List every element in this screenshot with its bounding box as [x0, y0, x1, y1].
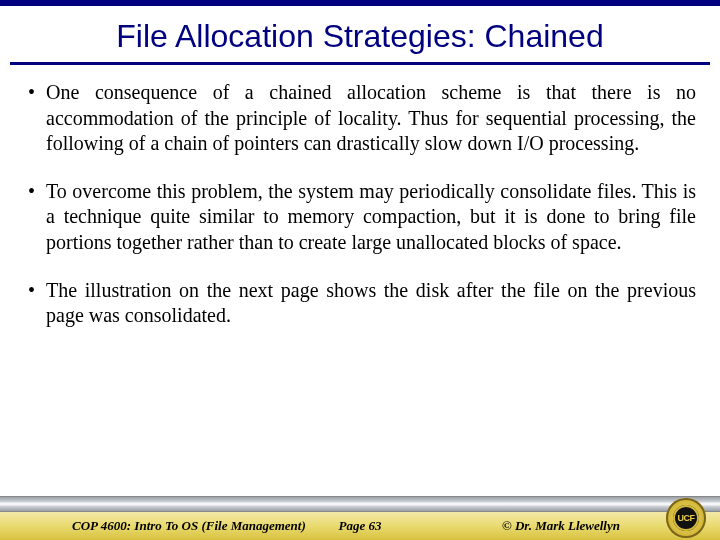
footer-gradient-bar — [0, 496, 720, 512]
slide-title: File Allocation Strategies: Chained — [0, 18, 720, 55]
bullet-item: • One consequence of a chained allocatio… — [28, 80, 696, 157]
bullet-text: One consequence of a chained allocation … — [46, 80, 696, 157]
top-border — [0, 0, 720, 6]
bullet-item: • The illustration on the next page show… — [28, 278, 696, 329]
bullet-marker: • — [28, 278, 46, 304]
bullet-marker: • — [28, 179, 46, 205]
bullet-text: To overcome this problem, the system may… — [46, 179, 696, 256]
footer-bar: COP 4600: Intro To OS (File Management) … — [0, 512, 720, 540]
footer: COP 4600: Intro To OS (File Management) … — [0, 498, 720, 540]
slide-body: • One consequence of a chained allocatio… — [28, 80, 696, 351]
footer-author: © Dr. Mark Llewellyn — [502, 518, 620, 534]
bullet-marker: • — [28, 80, 46, 106]
bullet-text: The illustration on the next page shows … — [46, 278, 696, 329]
title-underline — [10, 62, 710, 65]
bullet-item: • To overcome this problem, the system m… — [28, 179, 696, 256]
ucf-seal-icon: UCF — [666, 498, 706, 538]
slide: File Allocation Strategies: Chained • On… — [0, 0, 720, 540]
